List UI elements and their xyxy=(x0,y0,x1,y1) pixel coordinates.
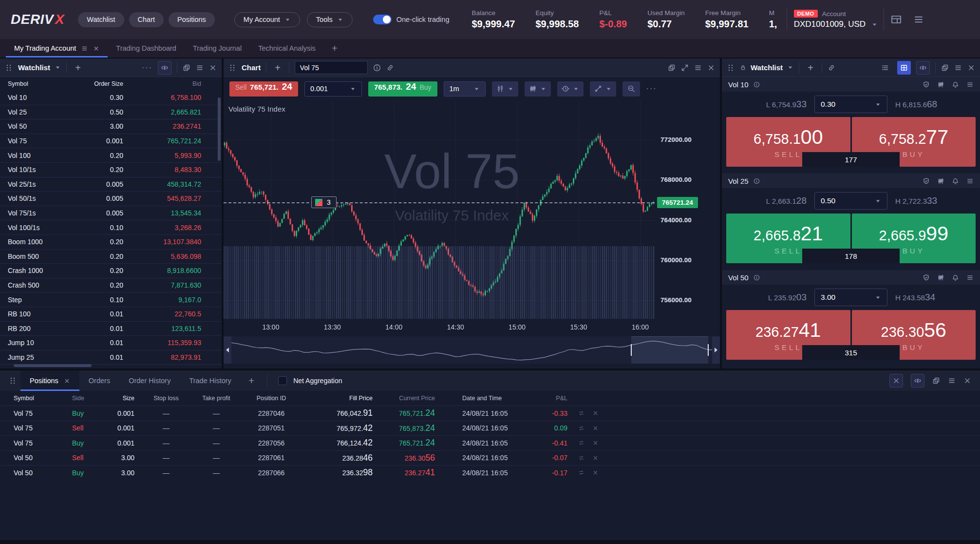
tab-close-icon[interactable] xyxy=(64,378,70,384)
column-header-order-size[interactable]: Order Size xyxy=(75,80,123,87)
watchlist-row-crash-1000[interactable]: Crash 10000.208,918.6600 xyxy=(0,264,222,278)
tab-positions[interactable]: Positions xyxy=(20,370,79,391)
open-chart-icon[interactable] xyxy=(937,177,944,185)
watchlist-row-vol-10-1s[interactable]: Vol 10/1s0.208,483.30 xyxy=(0,163,222,177)
navigator-handle-right[interactable] xyxy=(708,344,709,356)
add-workspace-tab-button[interactable]: + xyxy=(324,39,345,58)
column-header-p-l[interactable]: P&L xyxy=(516,395,567,402)
horizontal-scrollbar[interactable] xyxy=(14,364,92,367)
info-icon[interactable] xyxy=(754,178,760,184)
position-row-2287056[interactable]: Vol 75Buy0.001——2287056766,124.42765,721… xyxy=(0,435,980,450)
price-axis[interactable]: 772000.00768000.00764000.00760000.007560… xyxy=(655,102,720,319)
card-symbol[interactable]: Vol 50 xyxy=(728,273,749,282)
zoom-out-button[interactable] xyxy=(622,81,640,97)
reverse-position-icon[interactable] xyxy=(578,440,584,446)
column-header-size[interactable]: Size xyxy=(97,395,134,402)
column-header-take-profit[interactable]: Take profit xyxy=(198,395,235,402)
card-menu-icon[interactable] xyxy=(966,177,974,185)
net-aggregation-checkbox[interactable] xyxy=(278,376,287,385)
one-click-trading-toggle[interactable] xyxy=(373,15,392,24)
split-view-icon[interactable] xyxy=(911,374,924,388)
watchlist-row-step[interactable]: Step0.109,167.0 xyxy=(0,292,222,307)
tab-orders[interactable]: Orders xyxy=(79,370,119,391)
close-position-icon[interactable] xyxy=(592,440,599,446)
drag-handle-icon[interactable] xyxy=(228,64,236,72)
close-position-icon[interactable] xyxy=(592,410,599,416)
close-tab-icon[interactable] xyxy=(889,374,903,388)
tab-order-history[interactable]: Order History xyxy=(119,370,180,391)
tab-trading-journal[interactable]: Trading Journal xyxy=(185,39,250,58)
alert-icon[interactable] xyxy=(952,81,959,88)
tab-trading-dashboard[interactable]: Trading Dashboard xyxy=(108,39,185,58)
tab-menu-icon[interactable] xyxy=(81,45,88,52)
panel-menu-icon[interactable] xyxy=(694,64,702,72)
position-row-2287061[interactable]: Vol 50Sell3.00——2287061236.2846236.30562… xyxy=(0,450,980,466)
close-position-icon[interactable] xyxy=(592,425,599,431)
buy-button[interactable]: 765,873.24 Buy xyxy=(368,81,437,97)
risk-protection-icon[interactable] xyxy=(923,274,930,281)
watchlist-row-vol-10[interactable]: Vol 100.306,758.100 xyxy=(0,91,222,105)
timeframe-dropdown[interactable]: 1m xyxy=(444,81,486,97)
watchlist-title-dropdown[interactable]: Watchlist xyxy=(740,63,793,72)
order-size-dropdown[interactable]: 0.001 xyxy=(304,81,362,97)
expand-panel-icon[interactable] xyxy=(681,64,689,72)
watchlist-row-vol-25[interactable]: Vol 250.502,665.821 xyxy=(0,105,222,120)
nav-chart-button[interactable]: Chart xyxy=(129,12,164,27)
navigator-selection[interactable] xyxy=(631,336,708,364)
reverse-position-icon[interactable] xyxy=(578,425,584,431)
card-menu-icon[interactable] xyxy=(966,274,974,281)
tab-trade-history[interactable]: Trade History xyxy=(180,370,240,391)
main-menu-icon[interactable] xyxy=(913,14,924,25)
position-row-2287051[interactable]: Vol 75Sell0.001——2287051765,972.42765,87… xyxy=(0,421,980,436)
watchlist-row-vol-50-1s[interactable]: Vol 50/1s0.005545,628.27 xyxy=(0,192,222,206)
account-dropdown[interactable]: DXD1001009, USD xyxy=(794,19,878,29)
drag-handle-icon[interactable] xyxy=(5,64,13,72)
tab-my-trading-account[interactable]: My Trading Account xyxy=(6,39,108,58)
grid-view-icon[interactable] xyxy=(897,61,911,75)
link-icon[interactable] xyxy=(386,64,394,72)
card-symbol[interactable]: Vol 10 xyxy=(728,80,749,89)
duplicate-panel-icon[interactable] xyxy=(668,64,676,72)
watchlist-row-vol-75[interactable]: Vol 750.001765,721.24 xyxy=(0,134,222,149)
watchlist-row-jump-10[interactable]: Jump 100.01115,359.93 xyxy=(0,336,222,350)
close-panel-icon[interactable] xyxy=(209,64,217,72)
card-order-size-dropdown[interactable]: 0.30 xyxy=(814,96,887,113)
link-icon[interactable] xyxy=(828,64,835,72)
column-header-position-id[interactable]: Position ID xyxy=(235,395,308,402)
risk-protection-icon[interactable] xyxy=(923,81,930,88)
card-symbol[interactable]: Vol 25 xyxy=(728,177,749,185)
alert-icon[interactable] xyxy=(952,274,959,281)
column-header-stop-loss[interactable]: Stop loss xyxy=(134,395,198,402)
close-panel-icon[interactable] xyxy=(967,64,975,72)
info-icon[interactable] xyxy=(754,81,760,88)
navigator-scroll-right[interactable] xyxy=(712,336,720,364)
duplicate-panel-icon[interactable] xyxy=(941,64,949,72)
add-symbol-button[interactable]: + xyxy=(72,63,84,73)
tab-technical-analysis[interactable]: Technical Analysis xyxy=(250,39,324,58)
open-positions-marker[interactable]: 3 xyxy=(311,196,337,208)
time-axis[interactable]: 13:0013:3014:0014:3015:0015:3016:00 xyxy=(224,319,655,335)
panel-menu-icon[interactable] xyxy=(948,377,956,385)
my-account-dropdown[interactable]: My Account xyxy=(234,12,300,27)
panel-menu-icon[interactable] xyxy=(196,64,204,72)
alert-icon[interactable] xyxy=(952,177,959,185)
close-position-icon[interactable] xyxy=(592,455,599,461)
time-marker-dropdown[interactable] xyxy=(557,81,584,97)
watchlist-row-vol-25-1s[interactable]: Vol 25/1s0.005458,314.72 xyxy=(0,177,222,192)
column-header-fill-price[interactable]: Fill Price xyxy=(308,395,373,402)
layout-icon[interactable] xyxy=(891,14,902,25)
add-symbol-button[interactable]: + xyxy=(805,63,816,73)
risk-protection-icon[interactable] xyxy=(923,177,930,185)
drag-handle-icon[interactable] xyxy=(727,64,735,72)
close-position-icon[interactable] xyxy=(592,469,599,476)
drag-handle-icon[interactable] xyxy=(5,370,20,391)
symbol-input[interactable] xyxy=(295,61,368,74)
duplicate-panel-icon[interactable] xyxy=(183,64,190,72)
sell-button[interactable]: Sell 765,721.24 xyxy=(229,81,298,97)
reverse-position-icon[interactable] xyxy=(578,469,584,476)
add-tab-button[interactable]: + xyxy=(241,370,262,391)
vertical-scrollbar[interactable] xyxy=(218,97,221,161)
split-view-icon[interactable] xyxy=(916,61,930,75)
chart-plot-area[interactable]: Volatility 75 Index Vol 75 Volatility 75… xyxy=(224,102,720,319)
panel-menu-icon[interactable] xyxy=(954,64,962,72)
